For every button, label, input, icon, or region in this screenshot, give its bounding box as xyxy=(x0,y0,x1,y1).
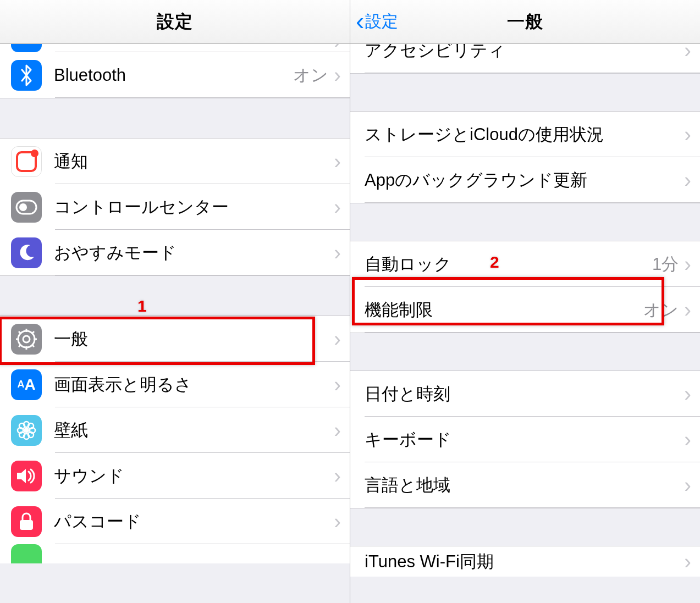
wallpaper-label: 壁紙 xyxy=(54,419,334,442)
chevron-right-icon: › xyxy=(334,374,341,395)
chevron-right-icon: › xyxy=(334,242,341,263)
bluetooth-row[interactable]: Bluetooth オン › xyxy=(0,52,350,98)
chevron-right-icon: › xyxy=(684,475,691,496)
chevron-right-icon: › xyxy=(684,384,691,405)
keyboard-label: キーボード xyxy=(365,428,684,451)
chevron-right-icon: › xyxy=(334,65,341,86)
itunes-wifi-label: iTunes Wi-Fi同期 xyxy=(365,550,684,573)
chevron-right-icon: › xyxy=(684,170,691,191)
chevron-right-icon: › xyxy=(334,197,341,218)
right-navbar: ‹ 設定 一般 xyxy=(350,0,700,44)
flower-icon xyxy=(11,415,42,446)
svg-point-3 xyxy=(23,336,30,342)
sound-label: サウンド xyxy=(54,464,334,488)
chevron-right-icon: › xyxy=(334,329,341,350)
chevron-right-icon: › xyxy=(684,44,691,61)
svg-line-9 xyxy=(32,345,34,347)
left-navbar: 設定 xyxy=(0,0,350,44)
svg-rect-21 xyxy=(20,520,33,530)
svg-line-8 xyxy=(19,331,21,334)
chevron-right-icon: › xyxy=(334,151,341,172)
display-row[interactable]: AA 画面表示と明るさ › xyxy=(0,362,350,407)
bg-refresh-row[interactable]: Appのバックグラウンド更新 › xyxy=(350,157,700,203)
sound-row[interactable]: サウンド › xyxy=(0,453,350,499)
settings-title: 設定 xyxy=(157,10,193,34)
back-button[interactable]: ‹ 設定 xyxy=(356,10,398,34)
back-label: 設定 xyxy=(365,10,398,33)
autolock-row[interactable]: 自動ロック 1分 › xyxy=(350,241,700,287)
general-title: 一般 xyxy=(507,10,543,34)
gear-icon xyxy=(11,324,42,355)
restrictions-label: 機能制限 xyxy=(365,298,643,322)
notifications-row[interactable]: 通知 › xyxy=(0,139,350,184)
svg-point-1 xyxy=(19,203,27,211)
chevron-right-icon: › xyxy=(684,300,691,320)
wallpaper-row[interactable]: 壁紙 › xyxy=(0,407,350,453)
chevron-right-icon: › xyxy=(684,551,691,572)
language-label: 言語と地域 xyxy=(365,474,684,497)
datetime-label: 日付と時刻 xyxy=(365,383,684,406)
autolock-label: 自動ロック xyxy=(365,253,652,276)
keyboard-row[interactable]: キーボード › xyxy=(350,417,700,462)
bluetooth-value: オン xyxy=(293,64,328,87)
itunes-wifi-row[interactable]: iTunes Wi-Fi同期 › xyxy=(350,546,700,577)
svg-line-11 xyxy=(19,345,21,347)
autolock-value: 1分 xyxy=(652,253,679,276)
storage-label: ストレージとiCloudの使用状況 xyxy=(365,123,684,146)
dnd-label: おやすみモード xyxy=(54,241,334,264)
bluetooth-icon xyxy=(11,60,42,91)
chevron-right-icon: › xyxy=(334,466,341,486)
dnd-row[interactable]: おやすみモード › xyxy=(0,230,350,275)
chevron-right-icon: › xyxy=(334,511,341,532)
lock-icon xyxy=(11,506,42,537)
bluetooth-label: Bluetooth xyxy=(54,65,293,85)
datetime-row[interactable]: 日付と時刻 › xyxy=(350,371,700,417)
chevron-right-icon: › xyxy=(684,124,691,145)
notifications-icon xyxy=(11,146,42,177)
chevron-right-icon: › xyxy=(684,254,691,275)
general-label: 一般 xyxy=(54,328,334,351)
settings-pane: 設定 › Bluetooth オン › xyxy=(0,0,350,603)
bg-refresh-label: Appのバックグラウンド更新 xyxy=(365,169,684,192)
chevron-left-icon: ‹ xyxy=(356,8,364,34)
sound-icon xyxy=(11,461,42,491)
chevron-right-icon: › xyxy=(334,44,341,52)
notifications-label: 通知 xyxy=(54,150,334,173)
control-center-icon xyxy=(11,192,42,223)
passcode-label: パスコード xyxy=(54,510,334,533)
language-row[interactable]: 言語と地域 › xyxy=(350,462,700,508)
general-pane: ‹ 設定 一般 アクセシビリティ › ストレージとiCloudの使用状況 › xyxy=(350,0,700,603)
svg-line-10 xyxy=(32,331,34,334)
passcode-row[interactable]: パスコード › xyxy=(0,499,350,544)
control-center-row[interactable]: コントロールセンター › xyxy=(0,184,350,230)
chevron-right-icon: › xyxy=(684,429,691,450)
svg-point-12 xyxy=(24,428,29,433)
accessibility-label: アクセシビリティ xyxy=(365,44,684,62)
partial-bottom-icon xyxy=(11,544,42,563)
restrictions-value: オン xyxy=(643,298,679,322)
moon-icon xyxy=(11,237,42,268)
partial-bottom-row[interactable] xyxy=(0,544,350,563)
aa-icon: AA xyxy=(11,369,42,400)
accessibility-row[interactable]: アクセシビリティ › xyxy=(350,44,700,73)
general-row[interactable]: 一般 › xyxy=(0,316,350,362)
partial-top-row[interactable]: › xyxy=(0,44,350,52)
restrictions-row[interactable]: 機能制限 オン › xyxy=(350,287,700,333)
partial-top-icon xyxy=(11,44,42,52)
control-center-label: コントロールセンター xyxy=(54,196,334,219)
storage-row[interactable]: ストレージとiCloudの使用状況 › xyxy=(350,112,700,157)
display-label: 画面表示と明るさ xyxy=(54,373,334,396)
chevron-right-icon: › xyxy=(334,420,341,441)
